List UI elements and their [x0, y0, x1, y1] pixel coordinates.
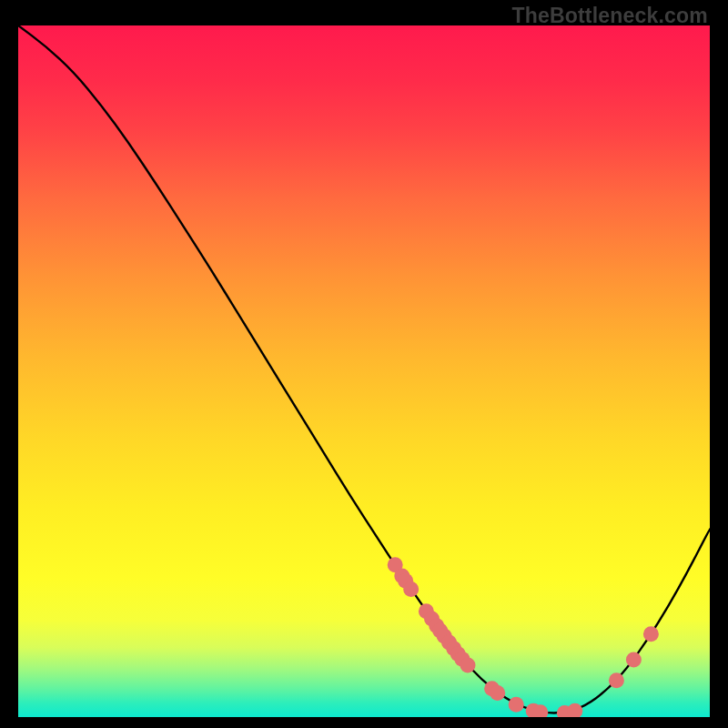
data-marker — [490, 685, 505, 701]
data-marker — [609, 672, 624, 688]
data-marker — [460, 658, 476, 673]
chart-svg — [18, 25, 710, 717]
chart-frame — [18, 25, 710, 717]
data-markers — [388, 557, 659, 717]
bottleneck-curve — [18, 25, 710, 713]
data-marker — [403, 581, 419, 597]
data-marker — [509, 697, 524, 713]
data-marker — [567, 703, 582, 717]
data-marker — [626, 652, 642, 667]
data-marker — [643, 626, 659, 642]
watermark-text: TheBottleneck.com — [511, 4, 708, 28]
